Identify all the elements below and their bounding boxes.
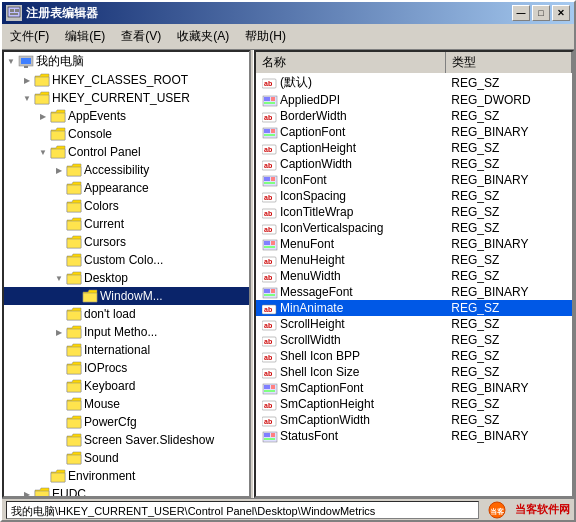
tree-expander-accessibility[interactable]: ▶ [52, 162, 66, 178]
svg-rect-57 [271, 385, 275, 389]
svg-rect-36 [264, 246, 275, 248]
table-row[interactable]: ab ScrollHeightREG_SZ [256, 316, 572, 332]
svg-text:ab: ab [264, 306, 272, 313]
svg-rect-35 [271, 241, 275, 245]
tree-label-customcolo: Custom Colo... [84, 253, 163, 267]
table-row[interactable]: MenuFontREG_BINARY [256, 236, 572, 252]
tree-item-cursors[interactable]: Cursors [4, 233, 249, 251]
table-row[interactable]: ab SmCaptionWidthREG_SZ [256, 412, 572, 428]
table-row[interactable]: IconFontREG_BINARY [256, 172, 572, 188]
table-row[interactable]: ab CaptionHeightREG_SZ [256, 140, 572, 156]
minimize-button[interactable]: — [512, 5, 530, 21]
menu-favorites[interactable]: 收藏夹(A) [169, 26, 237, 47]
app-icon [6, 5, 22, 21]
tree-item-appevents[interactable]: ▶ AppEvents [4, 107, 249, 125]
tree-pane[interactable]: ▼ 我的电脑 ▶ HKEY_CLASSES_ROOT ▼ HKEY_CURREN… [2, 50, 250, 498]
folder-icon-desktop [66, 271, 82, 285]
col-header-1[interactable]: 类型 [445, 52, 571, 73]
tree-expander-appevents[interactable]: ▶ [36, 108, 50, 124]
reg-type-13: REG_BINARY [445, 284, 571, 300]
svg-rect-64 [264, 433, 270, 437]
svg-text:ab: ab [264, 258, 272, 265]
menu-view[interactable]: 查看(V) [113, 26, 169, 47]
tree-item-desktop[interactable]: ▼ Desktop [4, 269, 249, 287]
table-row[interactable]: MessageFontREG_BINARY [256, 284, 572, 300]
registry-pane[interactable]: 名称类型 ab (默认)REG_SZ AppliedDPIREG_DWORD a… [254, 50, 574, 498]
table-row[interactable]: ab (默认)REG_SZ [256, 73, 572, 92]
tree-item-mouse[interactable]: Mouse [4, 395, 249, 413]
menu-edit[interactable]: 编辑(E) [57, 26, 113, 47]
tree-item-current[interactable]: Current [4, 215, 249, 233]
table-row[interactable]: ab ScrollWidthREG_SZ [256, 332, 572, 348]
table-row[interactable]: ab IconTitleWrapREG_SZ [256, 204, 572, 220]
tree-item-powercfg[interactable]: PowerCfg [4, 413, 249, 431]
tree-label-international: International [84, 343, 150, 357]
menu-file[interactable]: 文件(F) [2, 26, 57, 47]
tree-label-dontload: don't load [84, 307, 136, 321]
table-row[interactable]: ab MenuHeightREG_SZ [256, 252, 572, 268]
tree-expander-inputmetho[interactable]: ▶ [52, 324, 66, 340]
tree-label-sound: Sound [84, 451, 119, 465]
menu-bar: 文件(F) 编辑(E) 查看(V) 收藏夹(A) 帮助(H) [2, 24, 574, 50]
reg-name-6: IconFont [256, 172, 445, 188]
folder-icon-screensaver [66, 433, 82, 447]
tree-expander-eudc[interactable]: ▶ [20, 486, 34, 498]
table-row[interactable]: ab BorderWidthREG_SZ [256, 108, 572, 124]
table-row[interactable]: ab IconVerticalspacingREG_SZ [256, 220, 572, 236]
svg-rect-5 [21, 58, 31, 64]
tree-item-controlpanel[interactable]: ▼ Control Panel [4, 143, 249, 161]
tree-expander-hkcr[interactable]: ▶ [20, 72, 34, 88]
reg-type-3: REG_BINARY [445, 124, 571, 140]
table-row[interactable]: AppliedDPIREG_DWORD [256, 92, 572, 108]
reg-name-16: ab ScrollWidth [256, 332, 445, 348]
table-row[interactable]: StatusFontREG_BINARY [256, 428, 572, 444]
tree-item-environment[interactable]: Environment [4, 467, 249, 485]
table-row[interactable]: SmCaptionFontREG_BINARY [256, 380, 572, 396]
table-row[interactable]: ab Shell Icon BPPREG_SZ [256, 348, 572, 364]
folder-icon-international [66, 343, 82, 357]
col-header-0[interactable]: 名称 [256, 52, 445, 73]
menu-help[interactable]: 帮助(H) [237, 26, 294, 47]
table-row[interactable]: ab MenuWidthREG_SZ [256, 268, 572, 284]
tree-item-screensaver[interactable]: Screen Saver.Slideshow [4, 431, 249, 449]
svg-text:ab: ab [264, 354, 272, 361]
reg-name-4: ab CaptionHeight [256, 140, 445, 156]
tree-item-inputmetho[interactable]: ▶ Input Metho... [4, 323, 249, 341]
tree-item-sound[interactable]: Sound [4, 449, 249, 467]
folder-icon-eudc [34, 487, 50, 498]
table-row[interactable]: CaptionFontREG_BINARY [256, 124, 572, 140]
tree-expander-desktop[interactable]: ▼ [52, 270, 66, 286]
tree-item-customcolo[interactable]: Custom Colo... [4, 251, 249, 269]
table-row[interactable]: ab CaptionWidthREG_SZ [256, 156, 572, 172]
table-row[interactable]: ab Shell Icon SizeREG_SZ [256, 364, 572, 380]
tree-item-console[interactable]: Console [4, 125, 249, 143]
tree-expander-mypc[interactable]: ▼ [4, 54, 18, 70]
tree-item-colors[interactable]: Colors [4, 197, 249, 215]
folder-icon-colors [66, 199, 82, 213]
tree-item-appearance[interactable]: Appearance [4, 179, 249, 197]
tree-item-hkcr[interactable]: ▶ HKEY_CLASSES_ROOT [4, 71, 249, 89]
reg-name-3: CaptionFont [256, 124, 445, 140]
tree-item-international[interactable]: International [4, 341, 249, 359]
tree-item-mypc[interactable]: ▼ 我的电脑 [4, 52, 249, 71]
svg-text:ab: ab [264, 322, 272, 329]
tree-label-windowm: WindowM... [100, 289, 163, 303]
tree-item-ioprocs[interactable]: IOProcs [4, 359, 249, 377]
tree-item-windowm[interactable]: WindowM... [4, 287, 249, 305]
tree-item-hkcu[interactable]: ▼ HKEY_CURRENT_USER [4, 89, 249, 107]
tree-label-mypc: 我的电脑 [36, 53, 84, 70]
tree-item-keyboard[interactable]: Keyboard [4, 377, 249, 395]
svg-rect-66 [264, 438, 275, 440]
tree-item-eudc[interactable]: ▶ EUDC [4, 485, 249, 498]
close-button[interactable]: ✕ [552, 5, 570, 21]
maximize-button[interactable]: □ [532, 5, 550, 21]
table-row[interactable]: ab MinAnimateREG_SZ [256, 300, 572, 316]
tree-item-accessibility[interactable]: ▶ Accessibility [4, 161, 249, 179]
folder-icon-controlpanel [50, 145, 66, 159]
svg-rect-3 [10, 13, 18, 15]
table-row[interactable]: ab IconSpacingREG_SZ [256, 188, 572, 204]
tree-expander-hkcu[interactable]: ▼ [20, 90, 34, 106]
tree-expander-controlpanel[interactable]: ▼ [36, 144, 50, 160]
tree-item-dontload[interactable]: don't load [4, 305, 249, 323]
table-row[interactable]: ab SmCaptionHeightREG_SZ [256, 396, 572, 412]
